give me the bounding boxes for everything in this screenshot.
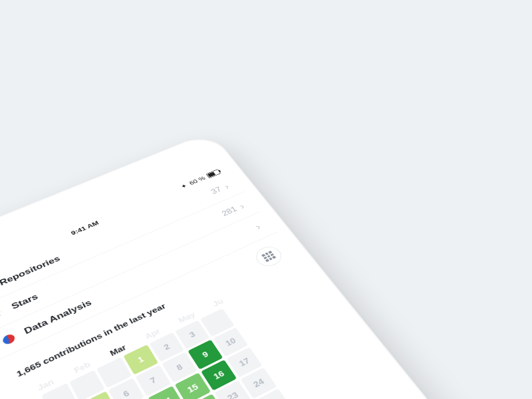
phone-frame: 9:41 AM ✦ 60 % Repositories 37 ›	[0, 131, 532, 399]
chevron-right-icon: ›	[221, 182, 231, 191]
star-icon: ★	[0, 307, 6, 322]
grid-icon	[261, 251, 276, 262]
month-label[interactable]: Ju	[211, 297, 225, 309]
screen: 9:41 AM ✦ 60 % Repositories 37 ›	[0, 164, 493, 399]
chevron-right-icon: ›	[237, 201, 247, 211]
pie-chart-icon	[0, 332, 18, 346]
bluetooth-icon: ✦	[180, 182, 189, 190]
